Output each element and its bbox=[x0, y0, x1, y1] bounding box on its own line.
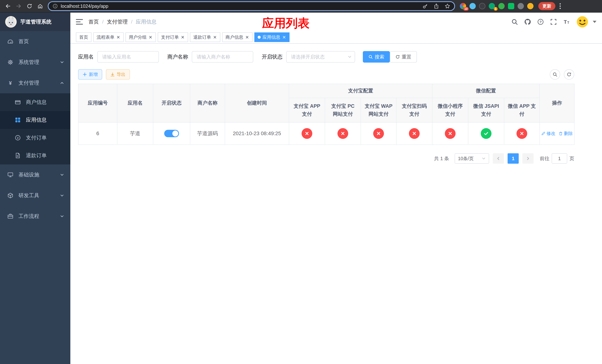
breadcrumb-item[interactable]: 支付管理 bbox=[107, 18, 128, 25]
url-bar[interactable]: localhost:1024/pay/app bbox=[48, 1, 455, 11]
app-name-input[interactable] bbox=[97, 51, 159, 63]
close-icon[interactable] bbox=[149, 35, 152, 39]
extension-icon[interactable] bbox=[498, 3, 505, 9]
sidebar-item-home[interactable]: 首页 bbox=[0, 31, 70, 52]
share-icon[interactable] bbox=[434, 3, 439, 9]
sidebar-menu: 首页 系统管理 ¥ 支付管理 商户信息 应用信息 ¥ 支付订单 退款订单 基础设… bbox=[0, 31, 70, 227]
sidebar-item-pay-order[interactable]: ¥ 支付订单 bbox=[0, 129, 70, 147]
breadcrumb-separator: / bbox=[102, 19, 104, 25]
home-button[interactable] bbox=[35, 1, 45, 11]
sidebar-item-infrastructure[interactable]: 基础设施 bbox=[0, 164, 70, 185]
reload-button[interactable] bbox=[24, 1, 34, 11]
trash-icon bbox=[559, 131, 563, 136]
table-row: 6 芋道 芋道源码 2021-10-23 08:49:25 修改删除 bbox=[78, 122, 574, 145]
tab[interactable]: 流程表单 bbox=[93, 32, 124, 42]
merchant-name-input[interactable] bbox=[192, 51, 253, 63]
pay-config-cell bbox=[325, 122, 361, 145]
filter-form: 应用名 商户名称 开启状态 bbox=[78, 51, 595, 63]
reset-button[interactable]: 重置 bbox=[390, 51, 417, 63]
export-button[interactable]: 导出 bbox=[106, 69, 130, 80]
status-toggle[interactable] bbox=[164, 130, 179, 137]
extension-icon[interactable] bbox=[517, 3, 524, 9]
sidebar-item-workflow[interactable]: 工作流程 bbox=[0, 206, 70, 227]
page-number-button[interactable]: 1 bbox=[508, 153, 519, 164]
edit-button[interactable]: 修改 bbox=[541, 130, 555, 137]
browser-menu-button[interactable] bbox=[556, 1, 564, 11]
dashboard-icon bbox=[7, 39, 13, 44]
avatar[interactable] bbox=[576, 16, 589, 28]
app-name-label: 应用名 bbox=[78, 53, 94, 60]
tab[interactable]: 用户分组 bbox=[126, 32, 156, 42]
delete-button[interactable]: 删除 bbox=[559, 130, 573, 137]
caret-down-icon[interactable] bbox=[593, 21, 596, 23]
status-select[interactable] bbox=[286, 51, 355, 63]
page-title: 应用列表 bbox=[262, 15, 310, 31]
total-count: 共 1 条 bbox=[434, 155, 449, 162]
disabled-cross-icon bbox=[373, 128, 384, 139]
forward-button[interactable] bbox=[14, 1, 24, 11]
svg-text:T: T bbox=[567, 21, 569, 24]
password-key-icon[interactable] bbox=[422, 3, 428, 9]
app-id-cell: 6 bbox=[78, 122, 117, 145]
extension-icon[interactable]: 10 bbox=[460, 3, 466, 9]
tab[interactable]: 商户信息 bbox=[222, 32, 252, 42]
tab[interactable]: 支付订单 bbox=[158, 32, 188, 42]
breadcrumb-item[interactable]: 首页 bbox=[88, 18, 99, 25]
toggle-search-button[interactable] bbox=[550, 69, 560, 80]
help-icon[interactable]: ? bbox=[537, 19, 544, 25]
back-button[interactable] bbox=[3, 1, 13, 11]
svg-text:T: T bbox=[564, 19, 567, 25]
refresh-table-button[interactable] bbox=[564, 69, 574, 80]
active-tab-dot bbox=[258, 36, 261, 39]
edit-icon bbox=[541, 131, 545, 136]
tab[interactable]: 应用信息 bbox=[254, 32, 290, 42]
extension-icon[interactable] bbox=[469, 3, 476, 9]
column-header: 操作 bbox=[540, 84, 574, 122]
github-icon[interactable] bbox=[524, 19, 531, 25]
status-select-input[interactable] bbox=[286, 51, 355, 63]
grid-icon bbox=[15, 117, 21, 123]
column-header: 微信小程序支付 bbox=[432, 98, 468, 122]
tab[interactable]: 首页 bbox=[76, 32, 91, 42]
prev-page-button[interactable] bbox=[493, 153, 504, 164]
next-page-button[interactable] bbox=[522, 153, 534, 164]
page-size-select[interactable]: 10条/页 bbox=[455, 153, 489, 164]
search-icon[interactable] bbox=[511, 19, 518, 25]
browser-update-button[interactable]: 更新 bbox=[538, 2, 555, 10]
sidebar-item-dev-tools[interactable]: 研发工具 bbox=[0, 185, 70, 206]
hamburger-icon[interactable] bbox=[76, 19, 83, 25]
pagination: 共 1 条 10条/页 1 前往 页 bbox=[78, 153, 574, 164]
close-icon[interactable] bbox=[116, 35, 120, 39]
site-info-icon[interactable] bbox=[53, 3, 58, 9]
bookmark-star-icon[interactable] bbox=[445, 3, 450, 9]
close-icon[interactable] bbox=[245, 35, 249, 39]
extension-icon[interactable]: 1 bbox=[489, 3, 495, 9]
extension-icon[interactable] bbox=[508, 3, 514, 9]
app-logo[interactable]: 芋道管理系统 bbox=[0, 13, 70, 31]
sidebar-item-merchant-info[interactable]: 商户信息 bbox=[0, 93, 70, 111]
close-icon[interactable] bbox=[213, 35, 217, 39]
search-button[interactable]: 搜索 bbox=[363, 51, 390, 63]
fullscreen-icon[interactable] bbox=[550, 19, 557, 25]
app-title: 芋道管理系统 bbox=[20, 18, 52, 25]
sidebar-item-app-info[interactable]: 应用信息 bbox=[0, 111, 70, 129]
add-button[interactable]: 新增 bbox=[78, 69, 102, 80]
card-icon bbox=[15, 99, 21, 105]
extension-icon[interactable] bbox=[527, 3, 534, 9]
search-icon bbox=[368, 55, 373, 59]
extension-icon[interactable] bbox=[479, 3, 485, 9]
url-text[interactable]: localhost:1024/pay/app bbox=[61, 3, 422, 9]
sidebar-item-refund-order[interactable]: 退款订单 bbox=[0, 147, 70, 164]
tab[interactable]: 退款订单 bbox=[190, 32, 220, 42]
column-header: 商户名称 bbox=[190, 84, 225, 122]
goto-page-input[interactable] bbox=[552, 153, 567, 164]
chevron-down-icon bbox=[482, 156, 486, 161]
monitor-icon bbox=[7, 172, 13, 178]
sidebar-item-system[interactable]: 系统管理 bbox=[0, 52, 70, 73]
close-icon[interactable] bbox=[282, 35, 286, 39]
sidebar-item-payment[interactable]: ¥ 支付管理 bbox=[0, 73, 70, 93]
pay-config-cell bbox=[396, 122, 432, 145]
font-size-icon[interactable]: TT bbox=[563, 19, 570, 25]
close-icon[interactable] bbox=[181, 35, 185, 39]
chevron-left-icon bbox=[496, 156, 500, 161]
